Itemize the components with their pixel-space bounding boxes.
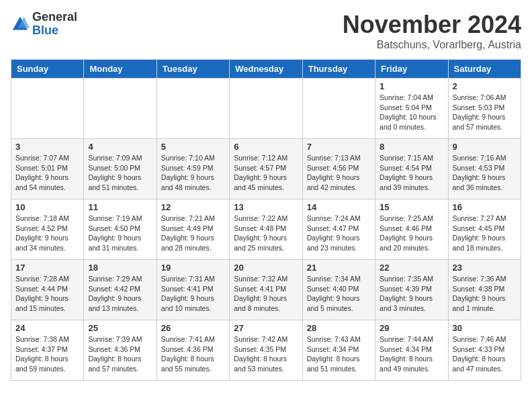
day-number-5: 5 <box>161 142 225 152</box>
logo: General Blue <box>11 11 77 38</box>
calendar-cell-w2-d5: 8Sunrise: 7:15 AM Sunset: 4:54 PM Daylig… <box>375 139 448 199</box>
day-info-3: Sunrise: 7:07 AM Sunset: 5:01 PM Dayligh… <box>15 153 79 193</box>
day-info-15: Sunrise: 7:25 AM Sunset: 4:46 PM Dayligh… <box>380 214 443 253</box>
week-row-2: 3Sunrise: 7:07 AM Sunset: 5:01 PM Daylig… <box>11 139 521 199</box>
calendar-cell-w4-d2: 19Sunrise: 7:31 AM Sunset: 4:41 PM Dayli… <box>157 260 229 320</box>
header-sunday: Sunday <box>11 60 84 79</box>
calendar-cell-w4-d4: 21Sunrise: 7:34 AM Sunset: 4:40 PM Dayli… <box>302 260 375 320</box>
logo-text: General Blue <box>32 11 77 38</box>
weekday-header-row: Sunday Monday Tuesday Wednesday Thursday… <box>11 60 521 79</box>
day-info-20: Sunrise: 7:32 AM Sunset: 4:41 PM Dayligh… <box>234 274 298 314</box>
day-number-9: 9 <box>453 142 517 152</box>
day-info-11: Sunrise: 7:19 AM Sunset: 4:50 PM Dayligh… <box>88 214 152 253</box>
day-info-28: Sunrise: 7:43 AM Sunset: 4:34 PM Dayligh… <box>307 334 371 374</box>
day-number-11: 11 <box>88 202 152 212</box>
day-number-23: 23 <box>453 263 517 273</box>
day-info-7: Sunrise: 7:13 AM Sunset: 4:56 PM Dayligh… <box>307 153 371 193</box>
week-row-1: 1Sunrise: 7:04 AM Sunset: 5:04 PM Daylig… <box>11 79 521 139</box>
calendar-cell-w3-d0: 10Sunrise: 7:18 AM Sunset: 4:52 PM Dayli… <box>11 199 84 260</box>
calendar-cell-w3-d3: 13Sunrise: 7:22 AM Sunset: 4:48 PM Dayli… <box>230 199 302 260</box>
header-saturday: Saturday <box>448 60 521 79</box>
day-number-17: 17 <box>15 263 79 273</box>
day-number-1: 1 <box>380 81 443 91</box>
day-info-9: Sunrise: 7:16 AM Sunset: 4:53 PM Dayligh… <box>453 153 517 193</box>
day-info-17: Sunrise: 7:28 AM Sunset: 4:44 PM Dayligh… <box>15 274 79 314</box>
header-thursday: Thursday <box>302 60 375 79</box>
calendar-cell-w4-d5: 22Sunrise: 7:35 AM Sunset: 4:39 PM Dayli… <box>375 260 448 320</box>
calendar-cell-w1-d2 <box>157 79 229 139</box>
day-info-14: Sunrise: 7:24 AM Sunset: 4:47 PM Dayligh… <box>307 214 371 253</box>
day-info-27: Sunrise: 7:42 AM Sunset: 4:35 PM Dayligh… <box>234 334 298 374</box>
day-info-22: Sunrise: 7:35 AM Sunset: 4:39 PM Dayligh… <box>380 274 443 314</box>
calendar-cell-w5-d5: 29Sunrise: 7:44 AM Sunset: 4:34 PM Dayli… <box>375 320 448 381</box>
calendar-cell-w4-d1: 18Sunrise: 7:29 AM Sunset: 4:42 PM Dayli… <box>84 260 157 320</box>
day-info-13: Sunrise: 7:22 AM Sunset: 4:48 PM Dayligh… <box>234 214 298 253</box>
day-number-28: 28 <box>307 323 371 333</box>
calendar-cell-w4-d6: 23Sunrise: 7:36 AM Sunset: 4:38 PM Dayli… <box>448 260 521 320</box>
calendar-cell-w1-d5: 1Sunrise: 7:04 AM Sunset: 5:04 PM Daylig… <box>375 79 448 139</box>
calendar-cell-w2-d3: 6Sunrise: 7:12 AM Sunset: 4:57 PM Daylig… <box>230 139 302 199</box>
calendar-cell-w5-d4: 28Sunrise: 7:43 AM Sunset: 4:34 PM Dayli… <box>302 320 375 381</box>
day-info-26: Sunrise: 7:41 AM Sunset: 4:36 PM Dayligh… <box>161 334 225 374</box>
day-number-2: 2 <box>453 81 517 91</box>
day-info-16: Sunrise: 7:27 AM Sunset: 4:45 PM Dayligh… <box>453 214 517 253</box>
calendar-cell-w1-d0 <box>11 79 84 139</box>
calendar-cell-w3-d5: 15Sunrise: 7:25 AM Sunset: 4:46 PM Dayli… <box>375 199 448 260</box>
calendar-cell-w5-d0: 24Sunrise: 7:38 AM Sunset: 4:37 PM Dayli… <box>11 320 84 381</box>
day-number-6: 6 <box>234 142 298 152</box>
day-number-8: 8 <box>380 142 443 152</box>
day-number-7: 7 <box>307 142 371 152</box>
day-info-18: Sunrise: 7:29 AM Sunset: 4:42 PM Dayligh… <box>88 274 152 314</box>
day-number-12: 12 <box>161 202 225 212</box>
calendar-cell-w3-d4: 14Sunrise: 7:24 AM Sunset: 4:47 PM Dayli… <box>302 199 375 260</box>
day-number-20: 20 <box>234 263 298 273</box>
day-number-14: 14 <box>307 202 371 212</box>
month-title: November 2024 <box>343 11 521 39</box>
header: General Blue November 2024 Batschuns, Vo… <box>11 11 521 51</box>
day-info-23: Sunrise: 7:36 AM Sunset: 4:38 PM Dayligh… <box>453 274 517 314</box>
day-number-26: 26 <box>161 323 225 333</box>
day-info-21: Sunrise: 7:34 AM Sunset: 4:40 PM Dayligh… <box>307 274 371 314</box>
day-info-5: Sunrise: 7:10 AM Sunset: 4:59 PM Dayligh… <box>161 153 225 193</box>
calendar-cell-w4-d0: 17Sunrise: 7:28 AM Sunset: 4:44 PM Dayli… <box>11 260 84 320</box>
day-number-22: 22 <box>380 263 443 273</box>
calendar-cell-w5-d6: 30Sunrise: 7:46 AM Sunset: 4:33 PM Dayli… <box>448 320 521 381</box>
title-section: November 2024 Batschuns, Vorarlberg, Aus… <box>343 11 521 51</box>
day-number-21: 21 <box>307 263 371 273</box>
calendar-table: Sunday Monday Tuesday Wednesday Thursday… <box>11 59 521 381</box>
day-info-25: Sunrise: 7:39 AM Sunset: 4:36 PM Dayligh… <box>88 334 152 374</box>
week-row-3: 10Sunrise: 7:18 AM Sunset: 4:52 PM Dayli… <box>11 199 521 260</box>
day-number-18: 18 <box>88 263 152 273</box>
day-info-30: Sunrise: 7:46 AM Sunset: 4:33 PM Dayligh… <box>453 334 517 374</box>
day-number-29: 29 <box>380 323 443 333</box>
calendar-cell-w5-d1: 25Sunrise: 7:39 AM Sunset: 4:36 PM Dayli… <box>84 320 157 381</box>
calendar-cell-w3-d1: 11Sunrise: 7:19 AM Sunset: 4:50 PM Dayli… <box>84 199 157 260</box>
logo-general-text: General <box>32 11 77 24</box>
day-number-30: 30 <box>453 323 517 333</box>
calendar-cell-w3-d2: 12Sunrise: 7:21 AM Sunset: 4:49 PM Dayli… <box>157 199 229 260</box>
day-number-10: 10 <box>15 202 79 212</box>
day-number-25: 25 <box>88 323 152 333</box>
header-friday: Friday <box>375 60 448 79</box>
calendar-cell-w5-d3: 27Sunrise: 7:42 AM Sunset: 4:35 PM Dayli… <box>230 320 302 381</box>
header-wednesday: Wednesday <box>230 60 302 79</box>
day-info-6: Sunrise: 7:12 AM Sunset: 4:57 PM Dayligh… <box>234 153 298 193</box>
calendar-cell-w2-d6: 9Sunrise: 7:16 AM Sunset: 4:53 PM Daylig… <box>448 139 521 199</box>
calendar-cell-w4-d3: 20Sunrise: 7:32 AM Sunset: 4:41 PM Dayli… <box>230 260 302 320</box>
day-number-13: 13 <box>234 202 298 212</box>
header-monday: Monday <box>84 60 157 79</box>
logo-icon <box>11 15 30 34</box>
day-info-2: Sunrise: 7:06 AM Sunset: 5:03 PM Dayligh… <box>453 93 517 132</box>
calendar-cell-w1-d3 <box>230 79 302 139</box>
calendar-cell-w1-d6: 2Sunrise: 7:06 AM Sunset: 5:03 PM Daylig… <box>448 79 521 139</box>
day-info-29: Sunrise: 7:44 AM Sunset: 4:34 PM Dayligh… <box>380 334 443 374</box>
calendar-cell-w3-d6: 16Sunrise: 7:27 AM Sunset: 4:45 PM Dayli… <box>448 199 521 260</box>
calendar-cell-w1-d4 <box>302 79 375 139</box>
calendar-cell-w2-d4: 7Sunrise: 7:13 AM Sunset: 4:56 PM Daylig… <box>302 139 375 199</box>
calendar-cell-w5-d2: 26Sunrise: 7:41 AM Sunset: 4:36 PM Dayli… <box>157 320 229 381</box>
day-info-12: Sunrise: 7:21 AM Sunset: 4:49 PM Dayligh… <box>161 214 225 253</box>
day-number-24: 24 <box>15 323 79 333</box>
calendar-cell-w2-d1: 4Sunrise: 7:09 AM Sunset: 5:00 PM Daylig… <box>84 139 157 199</box>
calendar-cell-w2-d0: 3Sunrise: 7:07 AM Sunset: 5:01 PM Daylig… <box>11 139 84 199</box>
location-subtitle: Batschuns, Vorarlberg, Austria <box>343 39 521 51</box>
